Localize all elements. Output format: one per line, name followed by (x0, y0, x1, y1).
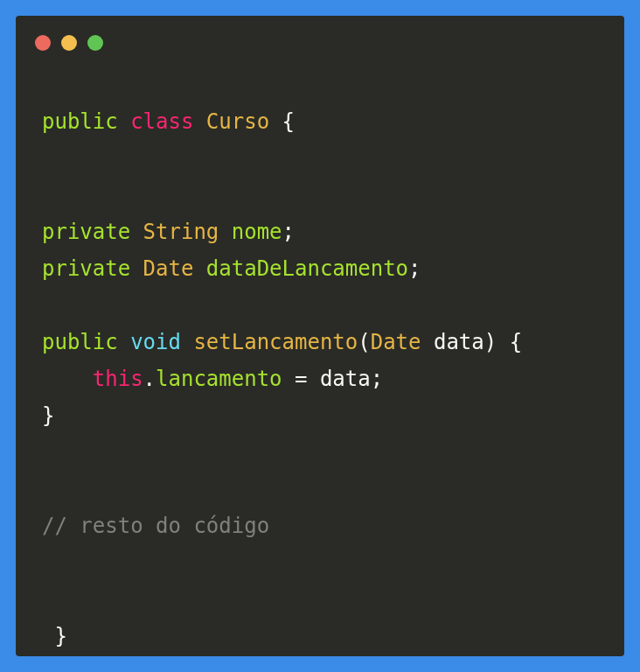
keyword-private: private (42, 220, 130, 244)
dot: . (143, 367, 156, 391)
semicolon: ; (408, 256, 421, 281)
indent (42, 367, 93, 391)
brace-close-final: } (42, 624, 67, 648)
titlebar (16, 16, 624, 51)
code-block: public class Curso { private String nome… (16, 51, 624, 672)
minimize-icon[interactable] (61, 35, 77, 51)
comment: // resto do código (42, 514, 269, 538)
param-type: Date (371, 330, 421, 354)
paren-close-brace: ) { (484, 330, 522, 354)
semicolon: ; (282, 220, 295, 244)
keyword-public: public (42, 330, 118, 354)
class-name: Curso (206, 109, 269, 134)
type-date: Date (143, 256, 194, 281)
keyword-private: private (42, 256, 130, 281)
keyword-class: class (130, 109, 193, 134)
type-string: String (143, 220, 219, 244)
keyword-public: public (42, 109, 118, 134)
equals: = (282, 367, 320, 391)
close-icon[interactable] (35, 35, 51, 51)
keyword-this: this (93, 367, 143, 391)
keyword-void: void (130, 330, 181, 354)
value-data: data (320, 367, 371, 391)
field-data: dataDeLancamento (206, 256, 408, 281)
field-nome: nome (232, 220, 282, 244)
code-window: public class Curso { private String nome… (16, 16, 624, 656)
maximize-icon[interactable] (87, 35, 103, 51)
brace-open: { (269, 109, 295, 134)
paren-open: ( (358, 330, 370, 354)
semicolon: ; (371, 367, 383, 391)
member-lancamento: lancamento (156, 367, 282, 391)
method-name: setLancamento (193, 330, 358, 354)
param-name: data (434, 330, 484, 354)
brace-close: } (42, 403, 54, 428)
